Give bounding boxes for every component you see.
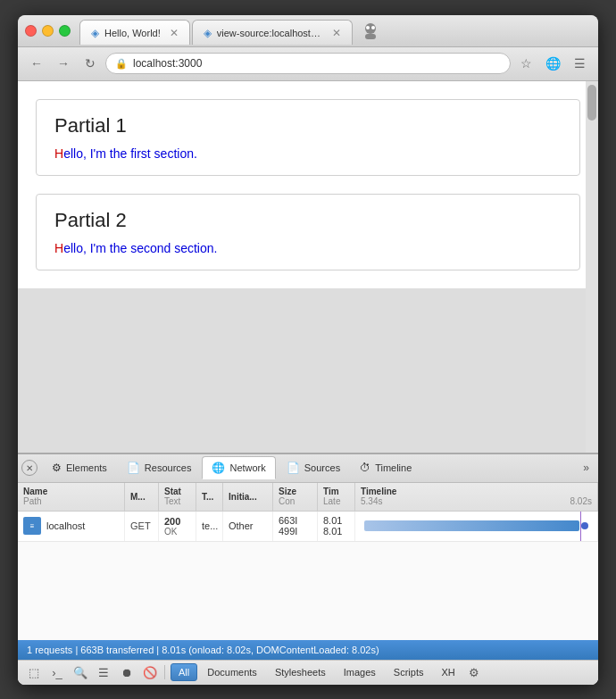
col-header-method: M... xyxy=(125,483,159,511)
section-2-text-body: ello, I'm the second section. xyxy=(63,241,217,255)
devtool-tab-network-label: Network xyxy=(229,462,265,473)
forward-button[interactable]: → xyxy=(52,52,75,75)
tab-1-icon: ◈ xyxy=(91,27,99,39)
section-2-title: Partial 2 xyxy=(54,209,562,232)
section-1-text-body: ello, I'm the first section. xyxy=(63,146,197,161)
svg-rect-3 xyxy=(365,34,376,39)
devtools-close-button[interactable]: ✕ xyxy=(21,460,37,476)
col-header-name: Name Path xyxy=(18,483,125,511)
minimize-button[interactable] xyxy=(42,25,54,37)
devtools: ✕ ⚙ Elements 📄 Resources 🌐 Network 📄 Sou… xyxy=(18,453,598,685)
devtool-tab-sources[interactable]: 📄 Sources xyxy=(278,456,349,479)
timeline-bar xyxy=(364,520,579,531)
list-icon[interactable]: ☰ xyxy=(95,663,112,681)
network-row-localhost[interactable]: ≡ localhost GET 200 OK te... Other 663I … xyxy=(18,512,598,542)
elements-icon: ⚙ xyxy=(52,462,62,474)
tab-2[interactable]: ◈ view-source:localhost:3000 ✕ xyxy=(192,20,353,45)
timeline-icon: ⏱ xyxy=(360,462,370,474)
col-header-size: Size Con xyxy=(273,483,318,511)
row-method: GET xyxy=(125,512,159,541)
back-button[interactable]: ← xyxy=(25,52,48,75)
status-bar: 1 requests | 663B transferred | 8.01s (o… xyxy=(18,640,598,660)
menu-button[interactable]: ☰ xyxy=(568,52,591,75)
row-time: 8.01 8.01 xyxy=(318,512,355,541)
svg-point-1 xyxy=(366,26,370,29)
section-1: Partial 1 Hello, I'm the first section. xyxy=(36,99,580,176)
section-2-text: Hello, I'm the second section. xyxy=(54,241,562,255)
tab-actions xyxy=(358,20,383,45)
console-icon[interactable]: ›_ xyxy=(48,663,66,681)
devtool-tab-network[interactable]: 🌐 Network xyxy=(202,456,275,479)
globe-button[interactable]: 🌐 xyxy=(541,52,564,75)
tab-2-close[interactable]: ✕ xyxy=(332,27,341,39)
address-bar[interactable]: 🔒 localhost:3000 xyxy=(105,53,511,74)
tab-1[interactable]: ◈ Hello, World! ✕ xyxy=(79,20,190,45)
toolbar-separator xyxy=(164,665,165,679)
network-icon: 🌐 xyxy=(212,462,225,474)
filter-documents[interactable]: Documents xyxy=(199,663,265,681)
col-header-time: Tim Late xyxy=(318,483,355,511)
row-timeline xyxy=(355,512,598,541)
section-2-text-h: H xyxy=(54,241,63,255)
svg-point-2 xyxy=(371,26,375,29)
nav-bar: ← → ↻ 🔒 localhost:3000 ☆ 🌐 ☰ xyxy=(18,47,598,81)
timeline-end-dot xyxy=(581,522,588,529)
devtool-tab-timeline-label: Timeline xyxy=(375,462,412,473)
network-empty-area xyxy=(18,542,598,640)
row-initiator: Other xyxy=(223,512,273,541)
scrollbar-thumb[interactable] xyxy=(587,85,596,121)
block-icon[interactable]: 🚫 xyxy=(141,663,159,681)
col-header-initiator: Initia... xyxy=(223,483,273,511)
section-1-title: Partial 1 xyxy=(54,114,562,137)
section-1-text-h: H xyxy=(54,146,63,161)
filter-all[interactable]: All xyxy=(171,663,197,681)
filter-scripts[interactable]: Scripts xyxy=(386,663,432,681)
bookmark-button[interactable]: ☆ xyxy=(514,52,537,75)
scrollbar-track[interactable] xyxy=(586,81,598,453)
title-bar: ◈ Hello, World! ✕ ◈ view-source:localhos… xyxy=(18,15,598,47)
spy-icon xyxy=(358,20,383,45)
col-header-type: T... xyxy=(196,483,223,511)
col-header-status: Stat Text xyxy=(159,483,196,511)
search-icon[interactable]: 🔍 xyxy=(71,663,89,681)
row-size: 663I 499I xyxy=(273,512,318,541)
maximize-button[interactable] xyxy=(59,25,71,37)
filter-images[interactable]: Images xyxy=(336,663,384,681)
tab-1-close[interactable]: ✕ xyxy=(170,27,179,39)
status-text: 1 requests | 663B transferred | 8.01s (o… xyxy=(27,645,379,655)
address-text: localhost:3000 xyxy=(133,57,501,70)
tab-2-icon: ◈ xyxy=(204,27,212,39)
devtools-tabs: ✕ ⚙ Elements 📄 Resources 🌐 Network 📄 Sou… xyxy=(18,454,598,483)
sources-icon: 📄 xyxy=(287,462,300,474)
page-content: Partial 1 Hello, I'm the first section. … xyxy=(18,81,598,288)
filter-xhr[interactable]: XH xyxy=(433,663,462,681)
tabs-area: ◈ Hello, World! ✕ ◈ view-source:localhos… xyxy=(79,16,591,45)
devtool-tab-resources[interactable]: 📄 Resources xyxy=(118,456,201,479)
page-content-wrapper: Partial 1 Hello, I'm the first section. … xyxy=(18,81,598,453)
address-icon: 🔒 xyxy=(115,58,128,70)
section-1-text: Hello, I'm the first section. xyxy=(54,146,562,161)
devtool-tab-timeline[interactable]: ⏱ Timeline xyxy=(351,456,420,479)
row-status: 200 OK xyxy=(159,512,196,541)
row-type: te... xyxy=(196,512,223,541)
timeline-vline xyxy=(580,512,581,541)
section-2: Partial 2 Hello, I'm the second section. xyxy=(36,194,580,270)
devtools-more-button[interactable]: » xyxy=(578,462,595,474)
record-icon[interactable]: ⏺ xyxy=(118,663,136,681)
nav-right-icons: ☆ 🌐 ☰ xyxy=(514,52,591,75)
resources-icon: 📄 xyxy=(127,462,140,474)
devtool-tab-resources-label: Resources xyxy=(145,462,192,473)
bottom-toolbar: ⬚ ›_ 🔍 ☰ ⏺ 🚫 All Documents Stylesheets I… xyxy=(18,660,598,685)
filter-stylesheets[interactable]: Stylesheets xyxy=(267,663,334,681)
settings-icon[interactable]: ⚙ xyxy=(465,663,483,681)
inspect-icon[interactable]: ⬚ xyxy=(25,663,43,681)
close-button[interactable] xyxy=(25,25,37,37)
file-icon: ≡ xyxy=(23,517,41,535)
devtool-tab-elements[interactable]: ⚙ Elements xyxy=(43,456,116,479)
devtool-tab-elements-label: Elements xyxy=(66,462,107,473)
devtool-tab-sources-label: Sources xyxy=(304,462,340,473)
reload-button[interactable]: ↻ xyxy=(79,52,102,75)
browser-window: ◈ Hello, World! ✕ ◈ view-source:localhos… xyxy=(18,15,598,685)
col-header-timeline: Timeline 5.34s 8.02s xyxy=(355,483,598,511)
row-name: ≡ localhost xyxy=(18,512,125,541)
